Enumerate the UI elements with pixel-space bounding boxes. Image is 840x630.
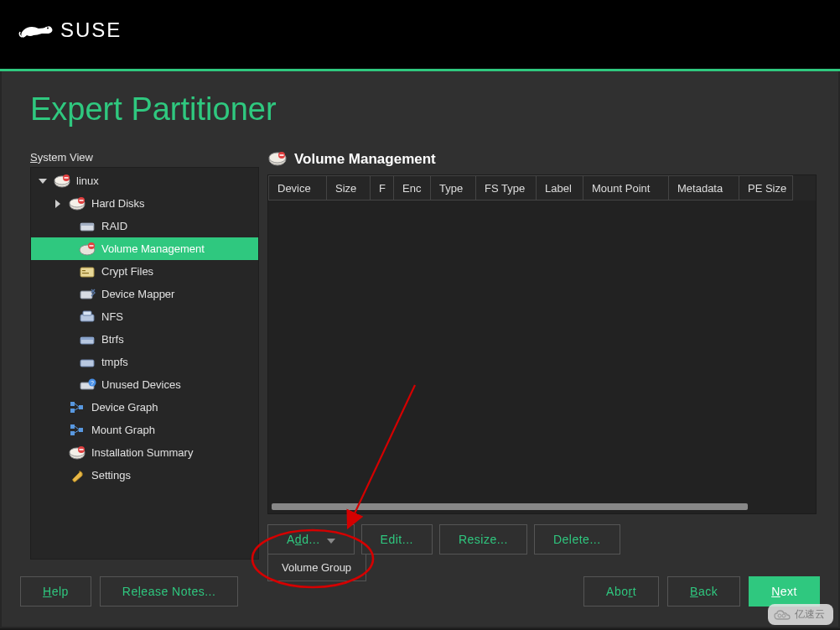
tree-item-label: NFS (101, 310, 123, 323)
drive-icon (78, 218, 98, 235)
tree-item-crypt-files[interactable]: Crypt Files (31, 260, 258, 283)
tree-item-label: Crypt Files (101, 265, 153, 278)
section-title: Volume Management (294, 151, 436, 168)
header-bar: SUSE (0, 0, 840, 69)
column-size[interactable]: Size (327, 175, 371, 200)
column-enc[interactable]: Enc (394, 175, 431, 200)
column-fs-type[interactable]: FS Type (476, 175, 537, 200)
tree-item-device-graph[interactable]: Device Graph (31, 396, 258, 419)
watermark-text: 亿速云 (795, 607, 825, 622)
tree-item-raid[interactable]: RAID (31, 215, 258, 237)
crypt-icon (78, 263, 98, 280)
svg-point-1 (47, 28, 49, 29)
action-row: Add... Edit... Resize... Delete... Volum… (267, 524, 817, 555)
tree-item-label: tmpfs (101, 356, 128, 368)
brand-text: SUSE (60, 18, 122, 42)
svg-rect-33 (70, 431, 75, 435)
svg-rect-29 (79, 405, 83, 409)
tree-item-label: Device Graph (91, 401, 158, 414)
tree-item-tmpfs[interactable]: tmpfs (31, 351, 258, 373)
tree-item-linux[interactable]: linux (31, 169, 258, 192)
volume-table: DeviceSizeFEncTypeFS TypeLabelMount Poin… (267, 174, 817, 514)
help-button[interactable]: Help (20, 576, 91, 607)
nfs-icon (78, 309, 98, 325)
expander-right-icon[interactable] (51, 200, 65, 208)
tree-item-btrfs[interactable]: Btrfs (31, 328, 258, 351)
next-button[interactable]: Next (749, 576, 820, 607)
tree-item-label: Installation Summary (91, 446, 193, 459)
svg-rect-20 (83, 311, 91, 315)
tree-item-nfs[interactable]: NFS (31, 305, 258, 328)
tree-item-label: Mount Graph (91, 424, 155, 436)
back-button[interactable]: Back (667, 576, 740, 607)
chameleon-icon (18, 15, 55, 42)
disk-red-icon (68, 195, 88, 212)
tree-item-label: Device Mapper (101, 288, 174, 300)
tree-item-device-mapper[interactable]: Device Mapper (31, 283, 258, 305)
svg-rect-5 (65, 177, 69, 179)
expander-down-icon[interactable] (36, 178, 49, 185)
add-button[interactable]: Add... (267, 524, 355, 555)
svg-line-36 (75, 430, 79, 433)
release-notes-button[interactable]: Release Notes... (100, 576, 239, 607)
column-f[interactable]: F (371, 175, 394, 200)
svg-line-30 (75, 404, 79, 407)
svg-line-31 (75, 408, 79, 410)
column-metadata[interactable]: Metadata (669, 175, 739, 200)
right-panel: Volume Management DeviceSizeFEncTypeFS T… (267, 151, 838, 560)
volume-icon (267, 151, 288, 168)
svg-rect-11 (80, 223, 94, 226)
column-type[interactable]: Type (431, 175, 476, 200)
tree-item-label: linux (76, 174, 99, 187)
chevron-down-icon (327, 533, 335, 546)
svg-rect-17 (82, 273, 89, 273)
resize-button[interactable]: Resize... (439, 524, 527, 555)
column-pe-size[interactable]: PE Size (739, 175, 793, 200)
tree-item-label: Btrfs (101, 333, 124, 346)
system-tree[interactable]: linuxHard DisksRAIDVolume ManagementCryp… (30, 167, 259, 560)
svg-rect-16 (82, 270, 86, 271)
horizontal-scrollbar[interactable] (272, 503, 812, 510)
graph-icon (68, 422, 88, 439)
vol-icon (78, 241, 98, 258)
tree-item-label: Hard Disks (91, 197, 145, 210)
cloud-icon (773, 608, 791, 622)
svg-rect-32 (70, 424, 75, 429)
tree-item-volume-management[interactable]: Volume Management (31, 237, 258, 260)
svg-point-48 (782, 614, 786, 617)
page-title: Expert Partitioner (30, 71, 838, 151)
abort-button[interactable]: Abort (583, 576, 659, 607)
scroll-thumb[interactable] (272, 503, 748, 510)
tree-item-installation-summary[interactable]: Installation Summary (31, 441, 258, 464)
mapper-icon (78, 286, 98, 303)
svg-rect-40 (80, 449, 84, 450)
watermark: 亿速云 (768, 604, 833, 625)
edit-button[interactable]: Edit... (361, 524, 433, 555)
tree-item-settings[interactable]: Settings (31, 464, 258, 487)
tree-item-mount-graph[interactable]: Mount Graph (31, 419, 258, 441)
svg-rect-27 (70, 402, 75, 406)
main-layout: System View linuxHard DisksRAIDVolume Ma… (30, 151, 838, 560)
svg-rect-44 (280, 154, 284, 156)
tree-item-label: Settings (91, 469, 131, 482)
column-label[interactable]: Label (537, 175, 583, 200)
svg-rect-34 (79, 428, 83, 432)
graph-icon (68, 399, 88, 416)
tree-item-label: Unused Devices (101, 378, 181, 391)
tree-item-unused-devices[interactable]: ?Unused Devices (31, 373, 258, 396)
tmpfs-icon (78, 354, 98, 371)
tree-item-label: RAID (101, 220, 127, 232)
tree-item-hard-disks[interactable]: Hard Disks (31, 192, 258, 215)
column-device[interactable]: Device (268, 175, 327, 200)
section-header: Volume Management (267, 151, 817, 168)
delete-button[interactable]: Delete... (534, 524, 620, 555)
column-mount-point[interactable]: Mount Point (583, 175, 669, 200)
svg-rect-14 (90, 245, 94, 247)
table-header-row: DeviceSizeFEncTypeFS TypeLabelMount Poin… (268, 175, 816, 200)
svg-line-35 (75, 426, 79, 430)
svg-text:?: ? (91, 380, 94, 386)
tree-item-label: Volume Management (101, 242, 205, 255)
svg-rect-18 (80, 291, 92, 299)
svg-rect-15 (80, 268, 94, 277)
btrfs-icon (78, 331, 98, 348)
